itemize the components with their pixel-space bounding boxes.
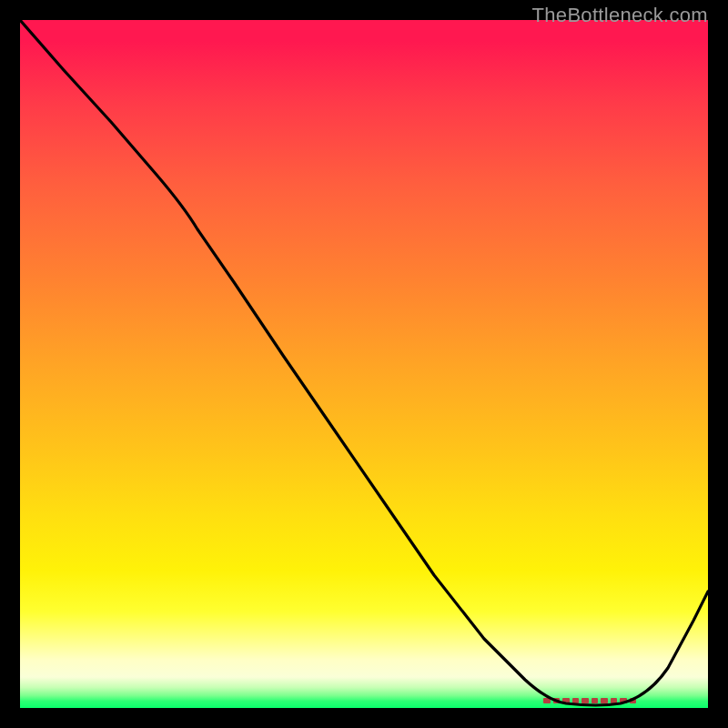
bottleneck-curve: [20, 20, 708, 705]
watermark-text: TheBottleneck.com: [532, 4, 708, 27]
chart-frame: [20, 20, 708, 708]
curve-svg: [20, 20, 708, 708]
